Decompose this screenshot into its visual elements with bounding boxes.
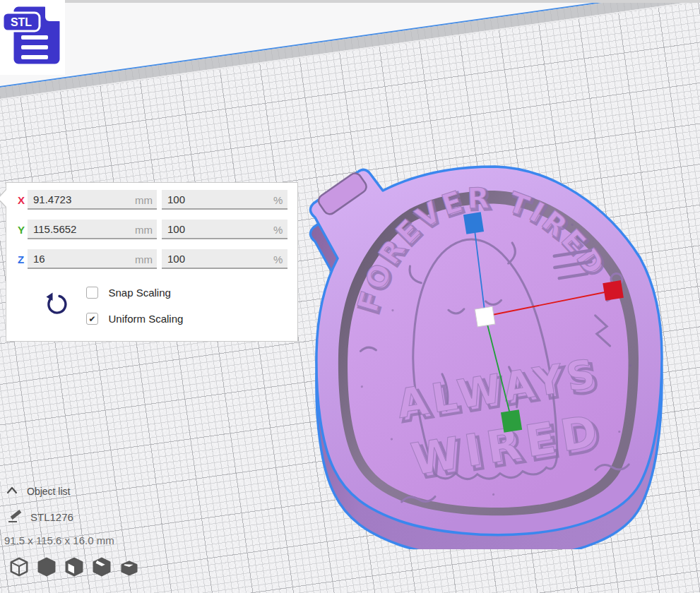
layer-cube-icon[interactable] [119, 556, 140, 577]
open-top-cube-icon[interactable] [91, 556, 112, 577]
unit-percent: % [273, 224, 283, 236]
wireframe-cube-icon[interactable] [8, 556, 30, 577]
unit-percent: % [273, 194, 283, 206]
model-stl1276[interactable]: FOREVER TIRED FOREVER TIRED [297, 154, 678, 549]
stl-file-icon: STL [3, 1, 66, 69]
edit-pencil-icon [7, 508, 23, 524]
scale-tool-panel: X mm % Y mm % Z mm % Snap Scaling ✔ Unif… [6, 182, 298, 342]
view-mode-icons [8, 556, 140, 577]
build-plate-disallowed-border [0, 0, 700, 120]
snap-scaling-checkbox[interactable] [86, 287, 98, 299]
unit-mm: mm [135, 194, 153, 206]
axis-z-label: Z [18, 253, 24, 265]
scale-x-percent-input[interactable] [162, 190, 287, 210]
uniform-scaling-checkbox[interactable]: ✔ [86, 313, 98, 325]
scale-z-percent-input[interactable] [162, 249, 287, 269]
unit-mm: mm [135, 224, 153, 236]
object-name[interactable]: STL1276 [30, 511, 73, 523]
model-dimensions: 91.5 x 115.6 x 16.0 mm [4, 534, 114, 546]
snap-scaling-label: Snap Scaling [108, 287, 170, 299]
scale-y-percent-input[interactable] [162, 220, 287, 239]
stl-badge-label: STL [11, 16, 32, 28]
solid-cube-icon[interactable] [36, 556, 57, 577]
xray-cube-icon[interactable] [64, 556, 85, 577]
object-list-label[interactable]: Object list [27, 486, 70, 497]
axis-y-label: Y [18, 224, 25, 236]
panel-notch [0, 188, 6, 208]
reset-scale-icon[interactable] [42, 290, 69, 317]
object-list-panel: Object list STL1276 91.5 x 115.6 x 16.0 … [0, 480, 184, 593]
unit-percent: % [273, 253, 283, 265]
unit-mm: mm [135, 253, 153, 265]
axis-x-label: X [18, 194, 25, 206]
toolbar-edge [65, 0, 700, 3]
uniform-scaling-label: Uniform Scaling [108, 313, 183, 325]
collapse-caret-icon[interactable] [6, 486, 18, 494]
